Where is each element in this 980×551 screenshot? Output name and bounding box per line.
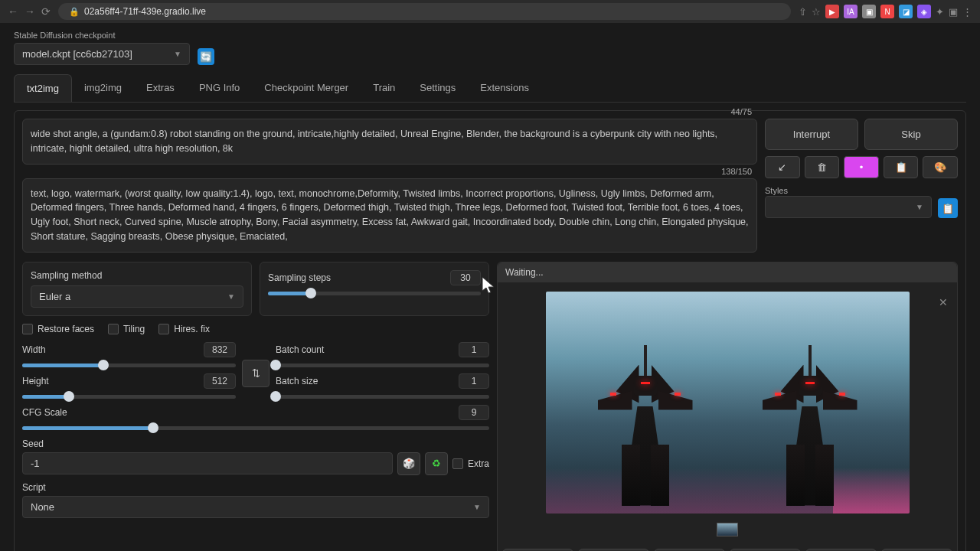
star-icon[interactable]: ☆ (812, 6, 821, 18)
ext-panel-icon[interactable]: ▣ (949, 6, 958, 18)
tabs-nav: txt2img img2img Extras PNG Info Checkpoi… (14, 74, 966, 103)
checkpoint-value: model.ckpt [cc6cb27103] (22, 48, 132, 60)
chevron-down-icon: ▼ (473, 503, 481, 511)
chevron-down-icon: ▼ (174, 50, 181, 58)
send-to-extras-button[interactable]: Send to extras (881, 549, 952, 552)
width-slider[interactable] (22, 364, 236, 367)
seed-input[interactable]: -1 (22, 452, 393, 474)
extra-networks-icon[interactable]: • (844, 156, 879, 178)
checkpoint-label: Stable Diffusion checkpoint (14, 31, 190, 40)
tab-extensions[interactable]: Extensions (468, 74, 541, 102)
refresh-checkpoint-button[interactable]: 🔄 (198, 48, 214, 65)
url-bar[interactable]: 🔒 02a56ff4-71ff-439e.gradio.live (58, 3, 791, 20)
ext-icon-2[interactable]: IA (844, 5, 858, 18)
reload-icon[interactable]: ⟳ (41, 5, 51, 18)
negative-counter: 138/150 (721, 167, 752, 176)
ext-puzzle-icon[interactable]: ✦ (936, 6, 944, 18)
swap-dims-button[interactable]: ⇅ (242, 360, 270, 387)
open-folder-button[interactable]: 📁 (502, 549, 573, 552)
output-status: Waiting... (498, 262, 957, 282)
script-dropdown[interactable]: None ▼ (22, 496, 489, 518)
batch-size-label: Batch size (276, 376, 318, 386)
height-label: Height (22, 376, 49, 386)
tab-txt2img[interactable]: txt2img (14, 74, 72, 102)
tiling-checkbox[interactable]: Tiling (108, 324, 145, 334)
batch-size-slider[interactable] (276, 395, 489, 399)
random-seed-button[interactable]: 🎲 (397, 452, 420, 475)
zip-button[interactable]: Zip (654, 549, 725, 552)
chevron-down-icon: ▼ (227, 292, 235, 301)
url-text: 02a56ff4-71ff-439e.gradio.live (84, 6, 206, 17)
clear-prompt-icon[interactable]: 🗑 (805, 156, 840, 178)
chevron-down-icon: ▼ (916, 203, 923, 211)
batch-count-label: Batch count (276, 344, 324, 355)
reuse-seed-button[interactable]: ♻ (425, 452, 448, 475)
close-image-icon[interactable]: ✕ (939, 296, 948, 308)
prompt-textarea[interactable]: wide shot angle, a (gundam:0.8) robot st… (31, 127, 749, 156)
prompt-counter: 44/75 (730, 107, 752, 116)
cfg-slider[interactable] (22, 426, 489, 430)
thumbnail[interactable] (717, 523, 738, 536)
ext-icon-5[interactable]: ◪ (899, 5, 913, 18)
menu-icon[interactable]: ⋮ (962, 6, 972, 18)
share-icon[interactable]: ⇧ (799, 6, 807, 18)
send-to-img2img-button[interactable]: Send to img2img (730, 549, 801, 552)
batch-count-slider[interactable] (276, 364, 489, 367)
apply-style-button[interactable]: 📋 (938, 198, 958, 218)
send-to-inpaint-button[interactable]: Send to inpaint (805, 549, 877, 552)
checkpoint-dropdown[interactable]: model.ckpt [cc6cb27103] ▼ (14, 43, 190, 65)
cfg-value[interactable]: 9 (459, 405, 489, 420)
batch-count-value[interactable]: 1 (459, 342, 489, 357)
styles-dropdown[interactable]: ▼ (765, 196, 932, 218)
seed-label: Seed (22, 439, 44, 449)
save-button[interactable]: Save (578, 549, 649, 552)
ext-icon-1[interactable]: ▶ (825, 5, 839, 18)
tab-train[interactable]: Train (361, 74, 407, 102)
sampling-method-dropdown[interactable]: Euler a ▼ (31, 285, 243, 308)
tab-extras[interactable]: Extras (134, 74, 187, 102)
styles-label: Styles (765, 186, 788, 195)
sampling-method-label: Sampling method (31, 270, 243, 281)
forward-icon[interactable]: → (24, 5, 35, 18)
clipboard-icon[interactable]: 📋 (884, 156, 919, 178)
tab-img2img[interactable]: img2img (72, 74, 134, 102)
height-slider[interactable] (22, 395, 236, 399)
read-params-icon[interactable]: ↙ (765, 156, 800, 178)
sampling-steps-slider[interactable] (268, 292, 481, 295)
width-value[interactable]: 832 (204, 342, 236, 357)
sampling-method-value: Euler a (39, 291, 70, 302)
restore-faces-checkbox[interactable]: Restore faces (22, 324, 94, 334)
interrupt-button[interactable]: Interrupt (765, 119, 858, 150)
back-icon[interactable]: ← (8, 5, 18, 18)
ext-icon-3[interactable]: ▣ (862, 5, 876, 18)
cfg-label: CFG Scale (22, 407, 67, 418)
ext-icon-4[interactable]: N (880, 5, 894, 18)
script-label: Script (22, 482, 46, 493)
seed-extra-checkbox[interactable]: Extra (452, 458, 489, 469)
lock-icon: 🔒 (69, 7, 80, 17)
sampling-steps-label: Sampling steps (268, 272, 331, 283)
negative-prompt-textarea[interactable]: text, logo, watermark, (worst quality, l… (31, 187, 749, 244)
sampling-steps-value[interactable]: 30 (450, 270, 481, 285)
tab-checkpoint-merger[interactable]: Checkpoint Merger (252, 74, 361, 102)
batch-size-value[interactable]: 1 (459, 373, 489, 389)
script-value: None (31, 501, 54, 513)
ext-icon-6[interactable]: ◈ (917, 5, 931, 18)
height-value[interactable]: 512 (204, 373, 236, 389)
save-style-icon[interactable]: 🎨 (923, 156, 958, 178)
skip-button[interactable]: Skip (864, 119, 958, 150)
width-label: Width (22, 344, 46, 355)
tab-settings[interactable]: Settings (407, 74, 468, 102)
generated-image[interactable] (546, 292, 910, 514)
tab-pnginfo[interactable]: PNG Info (187, 74, 252, 102)
hires-fix-checkbox[interactable]: Hires. fix (158, 324, 210, 334)
